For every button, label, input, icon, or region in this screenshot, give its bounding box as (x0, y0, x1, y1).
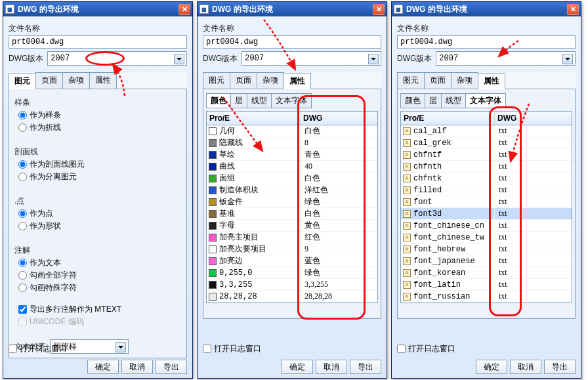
table-row[interactable]: Achfntktxt (401, 173, 572, 184)
tab-entity[interactable]: 图元 (397, 72, 425, 89)
table-row[interactable]: Afont_russiantxt (401, 291, 572, 303)
table-row[interactable]: Achfnthtxt (401, 161, 572, 173)
tab-attr[interactable]: 属性 (89, 72, 117, 89)
tab-attr[interactable]: 属性 (478, 73, 505, 89)
opt-as-hatch[interactable]: 作为剖面线图元 (18, 159, 181, 170)
tab-misc[interactable]: 杂项 (451, 72, 478, 89)
opt-as-polyline[interactable]: 作为折线 (18, 122, 181, 133)
filename-input[interactable] (203, 35, 381, 49)
close-icon[interactable]: ✕ (178, 4, 190, 15)
subtab-layer[interactable]: 层 (425, 93, 442, 108)
opt-as-point[interactable]: 作为点 (18, 208, 181, 219)
ok-button[interactable]: 确定 (87, 360, 119, 374)
table-row[interactable]: 加亮主项目红色 (207, 232, 377, 243)
subtab-font[interactable]: 文本字体 (465, 93, 506, 108)
subtab-color[interactable]: 颜色 (400, 93, 425, 108)
table-row[interactable]: Achfntftxt (401, 149, 572, 161)
opt-as-shape[interactable]: 作为形状 (18, 221, 181, 232)
table-row[interactable]: Acal_alftxt (401, 125, 572, 137)
font-rows[interactable]: Acal_alftxtAcal_grektxtAchfntftxtAchfnth… (401, 125, 572, 303)
table-row[interactable]: 28,28,2828,28,28 (207, 291, 377, 303)
row-name: font_japanese (413, 257, 475, 266)
color-swatch-icon (209, 198, 217, 206)
version-select[interactable]: 2007 (436, 51, 576, 66)
version-select[interactable]: 2007 (47, 51, 187, 66)
table-row[interactable]: Afont_japanesetxt (401, 255, 572, 267)
filename-input[interactable] (9, 35, 187, 49)
subtab-color[interactable]: 颜色 (206, 93, 231, 108)
row-dwg: txt (495, 138, 572, 148)
row-name: font_hebrew (413, 245, 465, 254)
col-dwg: DWG (495, 112, 572, 125)
subtab-font[interactable]: 文本字体 (271, 93, 312, 108)
table-row[interactable]: Afont_koreantxt (401, 267, 572, 279)
tab-misc[interactable]: 杂项 (257, 72, 284, 89)
table-row[interactable]: Afilledtxt (401, 184, 572, 196)
table-row[interactable]: 0,255,0绿色 (207, 267, 377, 279)
table-row[interactable]: Afonttxt (401, 196, 572, 208)
cancel-button[interactable]: 取消 (510, 360, 541, 374)
table-row[interactable]: 隐藏线8 (207, 137, 377, 149)
color-swatch-icon (209, 210, 217, 218)
close-icon[interactable]: ✕ (567, 4, 579, 15)
table-row[interactable]: 钣金件绿色 (207, 196, 377, 208)
table-row[interactable]: 字母黄色 (207, 220, 377, 232)
tab-entity[interactable]: 图元 (203, 72, 230, 89)
table-row[interactable]: Afont_hebrewtxt (401, 243, 572, 255)
close-icon[interactable]: ✕ (373, 4, 385, 15)
filename-input[interactable] (397, 35, 576, 49)
row-name: chfntk (413, 174, 442, 183)
table-row[interactable]: Acal_grektxt (401, 137, 572, 149)
table-row[interactable]: 面组白色 (207, 173, 377, 184)
titlebar[interactable]: ▦ DWG 的导出环境 ✕ (392, 2, 581, 16)
table-row[interactable]: 加亮边蓝色 (207, 255, 377, 267)
tab-page[interactable]: 页面 (35, 72, 63, 89)
table-row[interactable]: 制造体积块洋红色 (207, 184, 377, 196)
opt-all-chars[interactable]: 勾画全部字符 (18, 270, 181, 281)
table-row[interactable]: 3,3,2553,3,255 (207, 279, 377, 291)
table-row[interactable]: Afont_chinese_twtxt (401, 232, 572, 243)
ok-button[interactable]: 确定 (476, 360, 507, 374)
table-row[interactable]: Afont3dtxt (401, 208, 572, 220)
subtab-line[interactable]: 线型 (441, 93, 466, 108)
titlebar[interactable]: ▦ DWG 的导出环境 ✕ (3, 2, 192, 16)
tab-entity[interactable]: 图元 (9, 73, 36, 89)
chk-mtext[interactable]: 导出多行注解作为 MTEXT (18, 304, 181, 315)
group-anno: 注解 (14, 245, 181, 256)
tab-page[interactable]: 页面 (230, 72, 257, 89)
tab-attr[interactable]: 属性 (284, 73, 311, 89)
table-row[interactable]: Afont_latintxt (401, 279, 572, 291)
table-row[interactable]: 几何白色 (207, 125, 377, 137)
opt-as-text[interactable]: 作为文本 (18, 257, 181, 268)
ok-button[interactable]: 确定 (282, 360, 313, 374)
window-title: DWG 的导出环境 (18, 4, 178, 15)
table-row[interactable]: 曲线40 (207, 161, 377, 173)
tab-misc[interactable]: 杂项 (62, 72, 90, 89)
table-row[interactable]: 基准白色 (207, 208, 377, 220)
opt-as-spline[interactable]: 作为样条 (18, 110, 181, 121)
export-button[interactable]: 导出 (544, 360, 576, 374)
chk-log[interactable]: 打开日志窗口 (203, 343, 381, 354)
table-row[interactable]: 草绘青色 (207, 149, 377, 161)
cancel-button[interactable]: 取消 (316, 360, 347, 374)
chk-log[interactable]: 打开日志窗口 (397, 343, 576, 354)
color-rows[interactable]: 几何白色隐藏线8草绘青色曲线40面组白色制造体积块洋红色钣金件绿色基准白色字母黄… (207, 125, 377, 303)
file-icon: A (403, 245, 411, 253)
opt-as-separate[interactable]: 作为分离图元 (18, 171, 181, 182)
subtab-line[interactable]: 线型 (247, 93, 272, 108)
titlebar[interactable]: ▦ DWG 的导出环境 ✕ (198, 2, 387, 16)
export-button[interactable]: 导出 (350, 360, 381, 374)
subtab-layer[interactable]: 层 (230, 93, 247, 108)
table-row[interactable]: 加亮次要项目9 (207, 243, 377, 255)
row-name: 面组 (219, 173, 235, 184)
export-button[interactable]: 导出 (156, 360, 187, 374)
tab-page[interactable]: 页面 (424, 72, 452, 89)
row-dwg: 蓝色 (301, 255, 377, 266)
file-icon: A (403, 151, 411, 159)
version-select[interactable]: 2007 (242, 51, 381, 66)
opt-special-chars[interactable]: 勾画特殊字符 (18, 282, 181, 293)
color-swatch-icon (209, 163, 217, 171)
cancel-button[interactable]: 取消 (121, 360, 153, 374)
chk-log[interactable]: 打开日志窗口 (9, 343, 187, 354)
table-row[interactable]: Afont_chinese_cntxt (401, 220, 572, 232)
